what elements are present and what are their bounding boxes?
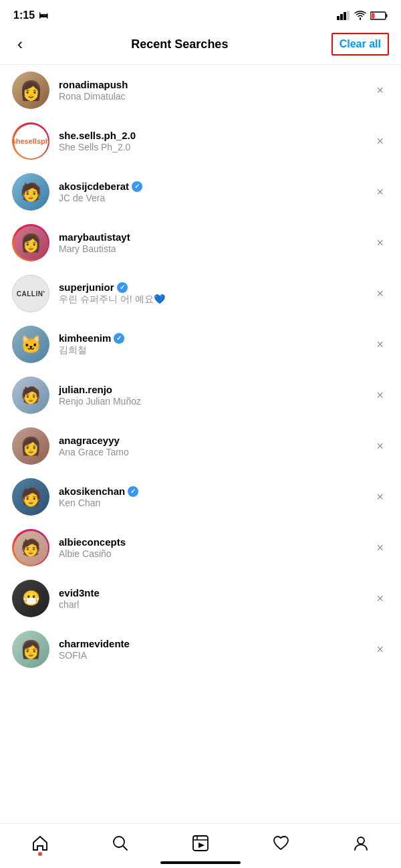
username: evid3nte bbox=[59, 587, 100, 599]
user-info: akosikenchan ✓ Ken Chan bbox=[59, 485, 362, 508]
username: charmevidente bbox=[59, 638, 130, 649]
signal-icon bbox=[337, 11, 350, 20]
verified-badge: ✓ bbox=[132, 181, 142, 192]
nav-likes[interactable] bbox=[264, 832, 297, 855]
remove-button[interactable]: × bbox=[371, 233, 389, 253]
remove-button[interactable]: × bbox=[371, 589, 389, 609]
svg-rect-6 bbox=[372, 13, 375, 18]
avatar: shesellsph bbox=[12, 122, 49, 160]
home-indicator bbox=[160, 861, 241, 864]
avatar: 🧑 bbox=[12, 478, 49, 516]
avatar: 🧑 bbox=[12, 173, 49, 211]
nav-reels[interactable] bbox=[184, 832, 217, 855]
user-info: marybautistayt Mary Bautista bbox=[59, 231, 362, 254]
user-info: akosijcdeberat ✓ JC de Vera bbox=[59, 181, 362, 203]
list-item[interactable]: 🧑 akosijcdeberat ✓ JC de Vera × bbox=[0, 167, 401, 217]
display-name: Mary Bautista bbox=[59, 243, 362, 254]
user-info: julian.renjo Renjo Julian Muñoz bbox=[59, 384, 362, 407]
user-info: kimheenim ✓ 김희철 bbox=[59, 332, 362, 356]
avatar: 🧑 bbox=[12, 376, 49, 414]
display-name: Rona Dimatulac bbox=[59, 91, 362, 102]
user-info: superjunior ✓ 우린 슈퍼주니 어! 예요💙 bbox=[59, 282, 362, 306]
list-item[interactable]: 😷 evid3nte charl × bbox=[0, 573, 401, 624]
list-item[interactable]: 🧑 julian.renjo Renjo Julian Muñoz × bbox=[0, 370, 401, 421]
user-info: evid3nte charl bbox=[59, 587, 362, 610]
display-name: She Sells Ph_2.0 bbox=[59, 142, 362, 152]
display-name: charl bbox=[59, 599, 362, 610]
svg-rect-1 bbox=[340, 14, 343, 20]
svg-rect-0 bbox=[337, 16, 340, 20]
display-name: Ken Chan bbox=[59, 498, 362, 508]
nav-profile[interactable] bbox=[344, 832, 378, 855]
search-icon bbox=[112, 835, 129, 852]
list-item[interactable]: 🧑 albieconcepts Albie Casiño × bbox=[0, 522, 401, 573]
display-name: 김희철 bbox=[59, 344, 362, 356]
list-item[interactable]: 🧑 akosikenchan ✓ Ken Chan × bbox=[0, 471, 401, 522]
username: akosijcdeberat bbox=[59, 181, 129, 192]
list-item[interactable]: CALLIN' superjunior ✓ 우린 슈퍼주니 어! 예요💙 × bbox=[0, 268, 401, 319]
remove-button[interactable]: × bbox=[371, 487, 389, 507]
user-info: ronadimapush Rona Dimatulac bbox=[59, 79, 362, 102]
remove-button[interactable]: × bbox=[371, 81, 389, 100]
list-item[interactable]: 👩 marybautistayt Mary Bautista × bbox=[0, 217, 401, 268]
svg-line-8 bbox=[123, 846, 127, 850]
display-name: Albie Casiño bbox=[59, 548, 362, 559]
profile-icon bbox=[352, 835, 370, 852]
remove-button[interactable]: × bbox=[371, 183, 389, 202]
username: julian.renjo bbox=[59, 384, 112, 395]
remove-button[interactable]: × bbox=[371, 284, 389, 304]
username: marybautistayt bbox=[59, 231, 130, 243]
user-info: anagraceyyy Ana Grace Tamo bbox=[59, 435, 362, 457]
avatar: 🧑 bbox=[12, 529, 49, 566]
avatar: CALLIN' bbox=[12, 275, 49, 312]
back-button[interactable]: ‹ bbox=[12, 32, 28, 56]
svg-rect-2 bbox=[344, 12, 346, 20]
header: ‹ Recent Searches Clear all bbox=[0, 27, 401, 65]
list-item[interactable]: 🐱 kimheenim ✓ 김희철 × bbox=[0, 319, 401, 370]
status-time: 1:15 bbox=[13, 9, 35, 21]
status-icons bbox=[337, 11, 388, 20]
notification-dot bbox=[38, 852, 42, 856]
remove-button[interactable]: × bbox=[371, 386, 389, 405]
username: anagraceyyy bbox=[59, 435, 120, 446]
avatar: 😷 bbox=[12, 580, 49, 617]
header-title: Recent Searches bbox=[131, 37, 228, 51]
display-name: 우린 슈퍼주니 어! 예요💙 bbox=[59, 294, 362, 306]
avatar-text: CALLIN' bbox=[17, 290, 45, 298]
svg-rect-9 bbox=[193, 836, 208, 851]
display-name: Ana Grace Tamo bbox=[59, 447, 362, 457]
svg-marker-10 bbox=[198, 843, 205, 848]
display-name: JC de Vera bbox=[59, 193, 362, 203]
list-item[interactable]: 👩 ronadimapush Rona Dimatulac × bbox=[0, 65, 401, 116]
heart-icon bbox=[272, 835, 289, 852]
avatar: 👩 bbox=[12, 72, 49, 109]
username: kimheenim bbox=[59, 332, 111, 344]
list-item[interactable]: shesellsph she.sells.ph_2.0 She Sells Ph… bbox=[0, 116, 401, 167]
verified-badge: ✓ bbox=[114, 333, 124, 344]
clear-all-button[interactable]: Clear all bbox=[331, 33, 389, 56]
avatar: 👩 bbox=[12, 224, 49, 261]
username: albieconcepts bbox=[59, 536, 126, 548]
verified-badge: ✓ bbox=[128, 486, 138, 497]
user-info: charmevidente SOFIA bbox=[59, 638, 362, 661]
list-item[interactable]: 👩 anagraceyyy Ana Grace Tamo × bbox=[0, 421, 401, 471]
status-bar: 1:15 🛏 bbox=[0, 0, 401, 27]
display-name: SOFIA bbox=[59, 650, 362, 661]
username: akosikenchan bbox=[59, 485, 125, 497]
wifi-icon bbox=[354, 11, 366, 20]
remove-button[interactable]: × bbox=[371, 538, 389, 558]
remove-button[interactable]: × bbox=[371, 437, 389, 456]
remove-button[interactable]: × bbox=[371, 335, 389, 354]
list-item[interactable]: 👩 charmevidente SOFIA × bbox=[0, 624, 401, 675]
remove-button[interactable]: × bbox=[371, 132, 389, 151]
reels-icon bbox=[192, 835, 209, 852]
svg-rect-5 bbox=[386, 14, 388, 17]
search-list: 👩 ronadimapush Rona Dimatulac × shesells… bbox=[0, 65, 401, 735]
username: superjunior bbox=[59, 282, 114, 293]
svg-point-11 bbox=[358, 837, 364, 844]
username: ronadimapush bbox=[59, 79, 128, 90]
verified-badge: ✓ bbox=[117, 282, 128, 293]
remove-button[interactable]: × bbox=[371, 640, 389, 659]
nav-home[interactable] bbox=[23, 832, 57, 855]
nav-search[interactable] bbox=[104, 832, 137, 855]
